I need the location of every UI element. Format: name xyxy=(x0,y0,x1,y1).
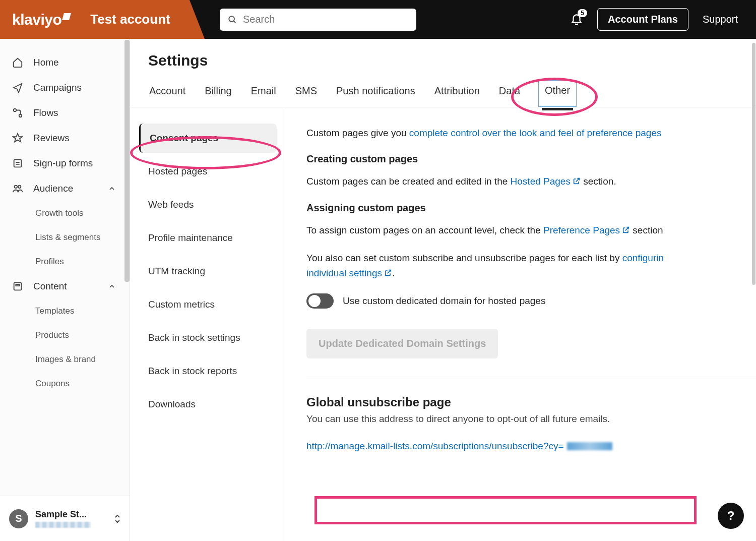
panel-scrollbar[interactable] xyxy=(751,40,756,540)
notifications-button[interactable]: 5 xyxy=(570,12,583,27)
sidebar-sub-images-brand[interactable]: Images & brand xyxy=(0,347,130,372)
sidebar-sub-label: Growth tools xyxy=(35,208,83,218)
p1-b: section. xyxy=(581,176,616,187)
sidebar-item-home[interactable]: Home xyxy=(0,50,130,75)
audience-icon xyxy=(12,183,23,194)
chevron-up-icon xyxy=(106,185,117,193)
hosted-pages-link[interactable]: Hosted Pages xyxy=(511,176,581,187)
subnav-utm-tracking[interactable]: UTM tracking xyxy=(139,257,277,286)
update-domain-button[interactable]: Update Dedicated Domain Settings xyxy=(306,329,498,358)
subnav-back-in-stock-reports[interactable]: Back in stock reports xyxy=(139,356,277,386)
sidebar-item-label: Audience xyxy=(33,183,73,194)
account-label: Test account xyxy=(90,12,170,27)
sidebar-item-label: Content xyxy=(33,281,67,292)
chevron-up-icon xyxy=(106,282,117,290)
sidebar-scrollbar[interactable] xyxy=(124,40,130,282)
main-content: Settings Account Billing Email SMS Push … xyxy=(130,39,756,541)
sidebar-sub-growth-tools[interactable]: Growth tools xyxy=(0,201,130,225)
svg-point-7 xyxy=(15,186,17,189)
subnav-back-in-stock-settings[interactable]: Back in stock settings xyxy=(139,323,277,352)
sidebar-sub-label: Lists & segments xyxy=(35,232,100,243)
configuring-link-part2[interactable]: individual settings xyxy=(306,268,392,278)
subnav-profile-maintenance[interactable]: Profile maintenance xyxy=(139,223,277,253)
svg-line-1 xyxy=(233,21,235,23)
search-icon xyxy=(228,15,237,25)
configuring-link-part1[interactable]: configurin xyxy=(622,253,664,263)
search-input[interactable] xyxy=(243,14,408,25)
intro-link[interactable]: complete control over the look and feel … xyxy=(409,128,662,138)
logo[interactable]: klaviyo xyxy=(12,11,70,28)
svg-point-0 xyxy=(229,16,234,22)
sidebar-item-audience[interactable]: Audience xyxy=(0,176,130,201)
sidebar-item-reviews[interactable]: Reviews xyxy=(0,126,130,151)
svg-rect-4 xyxy=(14,160,22,167)
intro-text: Custom pages give you xyxy=(306,128,409,138)
tab-billing[interactable]: Billing xyxy=(204,80,232,107)
sidebar-item-flows[interactable]: Flows xyxy=(0,100,130,126)
unsubscribe-url[interactable]: http://manage.kmail-lists.com/subscripti… xyxy=(306,436,756,457)
avatar: S xyxy=(9,509,28,528)
p2-a: To assign custom pages on an account lev… xyxy=(306,225,543,235)
sidebar: Home Campaigns Flows Reviews Sign-up for… xyxy=(0,39,130,541)
tab-attribution[interactable]: Attribution xyxy=(433,80,481,107)
preference-pages-link[interactable]: Preference Pages xyxy=(543,225,630,235)
external-link-icon xyxy=(573,177,581,185)
tab-data[interactable]: Data xyxy=(498,80,521,107)
settings-subnav: Consent pages Hosted pages Web feeds Pro… xyxy=(130,107,286,541)
settings-panel: Custom pages give you complete control o… xyxy=(286,107,756,541)
search-box[interactable] xyxy=(220,9,416,31)
sidebar-sub-label: Coupons xyxy=(35,379,70,389)
sidebar-sub-coupons[interactable]: Coupons xyxy=(0,372,130,396)
sidebar-item-label: Flows xyxy=(33,107,58,118)
star-icon xyxy=(12,133,23,144)
subnav-downloads[interactable]: Downloads xyxy=(139,390,277,419)
top-bar: klaviyo Test account 5 Account Plans Sup… xyxy=(0,0,756,39)
svg-point-8 xyxy=(18,186,21,189)
tab-sms[interactable]: SMS xyxy=(294,80,318,107)
sidebar-item-content[interactable]: Content xyxy=(0,274,130,299)
p3-a: You also can set custom subscribe and un… xyxy=(306,253,622,263)
help-fab[interactable]: ? xyxy=(718,503,744,529)
form-icon xyxy=(12,158,23,169)
unsubscribe-heading: Global unsubscribe page xyxy=(306,395,756,409)
period: . xyxy=(392,268,395,278)
content-icon xyxy=(12,281,23,292)
sidebar-item-label: Home xyxy=(33,57,59,68)
link-text: Hosted Pages xyxy=(511,176,571,187)
subnav-custom-metrics[interactable]: Custom metrics xyxy=(139,290,277,319)
tab-other[interactable]: Other xyxy=(538,80,577,107)
subnav-consent-pages[interactable]: Consent pages xyxy=(139,124,277,153)
tab-account[interactable]: Account xyxy=(148,80,186,107)
sidebar-item-signup-forms[interactable]: Sign-up forms xyxy=(0,151,130,176)
external-link-icon xyxy=(384,269,392,277)
sidebar-sub-products[interactable]: Products xyxy=(0,323,130,347)
sidebar-sub-lists-segments[interactable]: Lists & segments xyxy=(0,225,130,250)
subnav-hosted-pages[interactable]: Hosted pages xyxy=(139,157,277,186)
sidebar-item-label: Reviews xyxy=(33,133,70,144)
dedicated-domain-toggle[interactable] xyxy=(306,293,334,309)
sidebar-item-campaigns[interactable]: Campaigns xyxy=(0,75,130,100)
url-redacted xyxy=(567,442,612,450)
tab-push[interactable]: Push notifications xyxy=(335,80,416,107)
tab-email[interactable]: Email xyxy=(250,80,277,107)
logo-mark xyxy=(62,13,71,20)
heading-assigning: Assigning custom pages xyxy=(306,202,756,214)
subnav-web-feeds[interactable]: Web feeds xyxy=(139,190,277,219)
settings-tabs: Account Billing Email SMS Push notificat… xyxy=(148,80,738,107)
brand-block: klaviyo Test account xyxy=(0,0,190,39)
sidebar-sub-templates[interactable]: Templates xyxy=(0,299,130,323)
sidebar-sub-label: Templates xyxy=(35,306,74,316)
url-text: http://manage.kmail-lists.com/subscripti… xyxy=(306,441,564,452)
send-icon xyxy=(12,82,23,93)
sidebar-sub-profiles[interactable]: Profiles xyxy=(0,250,130,274)
support-link[interactable]: Support xyxy=(703,14,738,25)
search-wrap xyxy=(220,9,416,31)
heading-creating: Creating custom pages xyxy=(306,153,756,165)
svg-point-3 xyxy=(19,114,22,117)
account-sub-redacted xyxy=(35,522,91,528)
sidebar-item-label: Campaigns xyxy=(33,82,82,93)
account-switcher[interactable]: S Sample St... xyxy=(0,496,130,541)
sidebar-sub-label: Products xyxy=(35,330,69,340)
account-plans-button[interactable]: Account Plans xyxy=(597,8,688,31)
sidebar-item-label: Sign-up forms xyxy=(33,158,93,169)
